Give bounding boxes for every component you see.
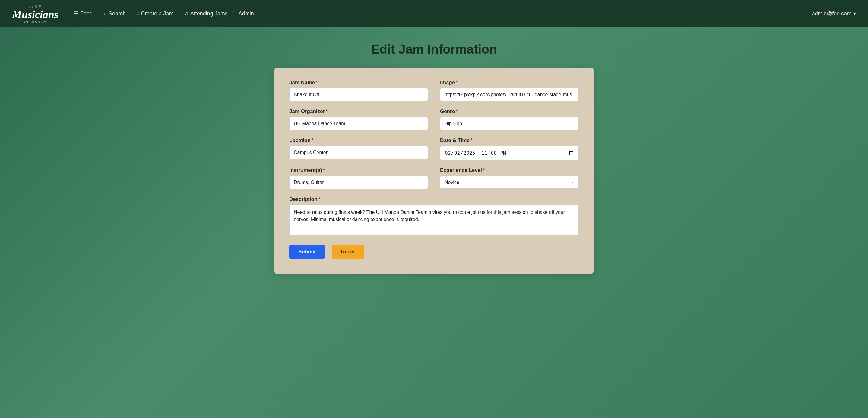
form-group-genre: Genre* — [440, 108, 579, 130]
form-group-location: Location* — [289, 137, 428, 160]
jam-name-input[interactable] — [289, 88, 428, 101]
musical-note-icon: ♩ — [136, 10, 139, 17]
datetime-input[interactable] — [440, 146, 579, 160]
nav-item-search[interactable]: ⌕ Search — [103, 10, 126, 17]
experience-select[interactable]: Novice Intermediate Advanced — [440, 176, 579, 189]
required-star: * — [316, 79, 318, 85]
navbar: ♩♪♫♬ Musicians OF MANOA ☰ Feed ⌕ Search — [0, 0, 868, 27]
dropdown-icon: ▾ — [853, 10, 856, 17]
image-label: Image* — [440, 79, 579, 86]
music-notes-icon: ♩♪♫♬ — [29, 4, 42, 8]
nav-link-attending-jams[interactable]: ♫ Attending Jams — [184, 10, 228, 17]
form-group-description: Description* — [289, 196, 579, 235]
reset-button[interactable]: Reset — [332, 245, 364, 259]
description-textarea[interactable] — [289, 205, 579, 235]
page-title: Edit Jam Information — [371, 42, 497, 57]
genre-label: Genre* — [440, 108, 579, 115]
form-group-instruments: Instrument(s)* — [289, 167, 428, 189]
required-star-image: * — [456, 79, 458, 85]
jam-name-label: Jam Name* — [289, 79, 428, 86]
feed-icon: ☰ — [73, 10, 79, 17]
form-group-organizer: Jam Organizer* — [289, 108, 428, 130]
genre-input[interactable] — [440, 117, 579, 130]
form-actions: Submit Reset — [289, 245, 579, 259]
form-group-jam-name: Jam Name* — [289, 79, 428, 101]
navbar-left: ♩♪♫♬ Musicians OF MANOA ☰ Feed ⌕ Search — [12, 4, 254, 24]
logo-sub: OF MANOA — [24, 20, 47, 24]
nav-link-create-jam[interactable]: ♩ Create a Jam — [136, 10, 174, 17]
required-star-experience: * — [483, 167, 485, 173]
nav-link-admin[interactable]: Admin — [239, 10, 254, 17]
location-label: Location* — [289, 137, 428, 143]
jam-organizer-label: Jam Organizer* — [289, 108, 428, 115]
required-star-datetime: * — [470, 137, 473, 143]
nav-item-create-jam[interactable]: ♩ Create a Jam — [136, 10, 174, 17]
description-label: Description* — [289, 196, 579, 202]
location-input[interactable] — [289, 146, 428, 159]
required-star-description: * — [318, 196, 320, 202]
jam-organizer-input[interactable] — [289, 117, 428, 130]
instruments-input[interactable] — [289, 176, 428, 189]
nav-links: ☰ Feed ⌕ Search ♩ Create a Jam ♫ A — [73, 10, 254, 17]
main-content: Edit Jam Information Jam Name* Image* J — [0, 27, 868, 292]
form-group-image: Image* — [440, 79, 579, 101]
nav-item-admin[interactable]: Admin — [239, 10, 254, 17]
form-card: Jam Name* Image* Jam Organizer* — [274, 68, 594, 274]
experience-label: Experience Level* — [440, 167, 579, 173]
form-group-datetime: Date & Time* — [440, 137, 579, 160]
nav-item-attending-jams[interactable]: ♫ Attending Jams — [184, 10, 228, 17]
form-grid: Jam Name* Image* Jam Organizer* — [289, 79, 579, 235]
required-star-instruments: * — [323, 167, 325, 173]
nav-link-search[interactable]: ⌕ Search — [103, 10, 126, 17]
image-input[interactable] — [440, 88, 579, 101]
required-star-location: * — [312, 137, 314, 143]
user-email: admin@foo.com — [812, 10, 851, 17]
logo-wrapper: ♩♪♫♬ Musicians OF MANOA — [12, 4, 59, 24]
user-menu[interactable]: admin@foo.com ▾ — [812, 10, 856, 17]
required-star-organizer: * — [326, 108, 328, 114]
instruments-label: Instrument(s)* — [289, 167, 428, 173]
datetime-label: Date & Time* — [440, 137, 579, 143]
logo-text: Musicians — [12, 9, 59, 20]
search-icon: ⌕ — [103, 10, 107, 17]
logo-area: ♩♪♫♬ Musicians OF MANOA — [12, 4, 59, 24]
form-group-experience: Experience Level* Novice Intermediate Ad… — [440, 167, 579, 189]
nav-item-feed[interactable]: ☰ Feed — [73, 10, 93, 17]
music-notes-icon: ♫ — [184, 10, 188, 17]
nav-link-feed[interactable]: ☰ Feed — [73, 10, 93, 17]
required-star-genre: * — [456, 108, 458, 114]
submit-button[interactable]: Submit — [289, 245, 325, 259]
